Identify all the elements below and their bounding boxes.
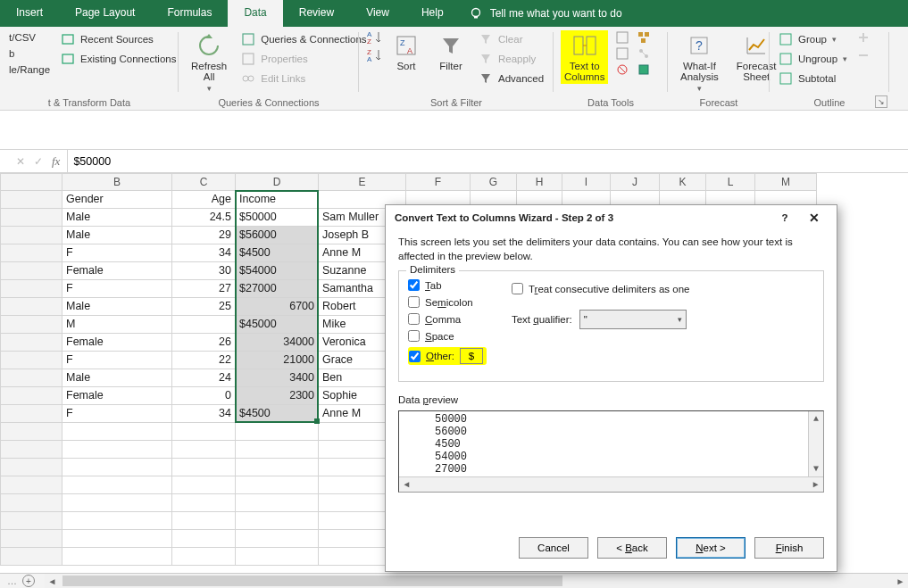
- scrollbar-thumb[interactable]: [62, 576, 562, 586]
- cell[interactable]: [172, 548, 236, 566]
- cell[interactable]: Gender: [62, 191, 172, 209]
- cell[interactable]: Age: [172, 191, 236, 209]
- cell[interactable]: [172, 316, 236, 334]
- cell[interactable]: $4500: [236, 405, 319, 423]
- row-header[interactable]: [0, 191, 62, 209]
- cell[interactable]: [236, 476, 319, 494]
- cell[interactable]: [236, 494, 319, 512]
- delim-tab[interactable]: [408, 279, 420, 291]
- dialog-close-icon[interactable]: ✕: [801, 211, 828, 225]
- row-header[interactable]: [0, 459, 62, 476]
- row-header[interactable]: [0, 387, 62, 405]
- row-header[interactable]: [0, 352, 62, 369]
- tab-help[interactable]: Help: [405, 0, 460, 27]
- new-sheet-icon[interactable]: +: [22, 575, 35, 587]
- col-header-C[interactable]: C: [172, 173, 236, 191]
- tab-view[interactable]: View: [350, 0, 405, 27]
- cell[interactable]: [172, 476, 236, 494]
- row-header[interactable]: [0, 316, 62, 334]
- tell-me-label[interactable]: Tell me what you want to do: [490, 7, 622, 20]
- cell[interactable]: [172, 441, 236, 459]
- cell[interactable]: 0: [172, 387, 236, 405]
- queries-connections[interactable]: Queries & Connections: [239, 30, 368, 48]
- row-header[interactable]: [0, 369, 62, 387]
- col-header-F[interactable]: F: [406, 173, 471, 191]
- cell[interactable]: Male: [62, 298, 172, 316]
- cell[interactable]: Female: [62, 334, 172, 352]
- cell[interactable]: F: [62, 244, 172, 262]
- select-all-corner[interactable]: [0, 173, 62, 191]
- recent-sources[interactable]: Recent Sources: [59, 30, 178, 48]
- finish-button[interactable]: Finish: [754, 537, 824, 559]
- cell[interactable]: [172, 530, 236, 548]
- remove-duplicates-icon[interactable]: [615, 46, 629, 61]
- cell[interactable]: 21000: [236, 352, 319, 369]
- row-header[interactable]: [0, 530, 62, 548]
- refresh-all[interactable]: Refresh All ▾: [186, 30, 232, 95]
- cell[interactable]: F: [62, 352, 172, 369]
- cell[interactable]: 34: [172, 244, 236, 262]
- treat-consecutive[interactable]: [512, 283, 523, 294]
- scroll-up-icon[interactable]: ▲: [809, 411, 823, 427]
- tab-formulas[interactable]: Formulas: [151, 0, 228, 27]
- cell[interactable]: 6700: [236, 298, 319, 316]
- row-header[interactable]: [0, 280, 62, 298]
- cell[interactable]: [172, 494, 236, 512]
- back-button[interactable]: < Back: [597, 537, 667, 559]
- cell[interactable]: 30: [172, 262, 236, 280]
- cell[interactable]: 27: [172, 280, 236, 298]
- row-header[interactable]: [0, 494, 62, 512]
- cell[interactable]: [62, 494, 172, 512]
- row-header[interactable]: [0, 441, 62, 459]
- consolidate-icon[interactable]: [637, 30, 651, 45]
- col-header-I[interactable]: I: [562, 173, 611, 191]
- manage-data-model-icon[interactable]: [637, 62, 651, 77]
- cell[interactable]: [62, 512, 172, 530]
- flash-fill-icon[interactable]: [615, 30, 629, 45]
- cell[interactable]: [236, 512, 319, 530]
- col-header-B[interactable]: B: [62, 173, 172, 191]
- from-csv[interactable]: t/CSV: [7, 30, 52, 45]
- cell[interactable]: Female: [62, 262, 172, 280]
- col-header-J[interactable]: J: [611, 173, 660, 191]
- col-header-E[interactable]: E: [319, 173, 406, 191]
- row-header[interactable]: [0, 227, 62, 244]
- existing-connections[interactable]: Existing Connections: [59, 50, 178, 68]
- row-header[interactable]: [0, 512, 62, 530]
- formula-input[interactable]: [67, 150, 908, 172]
- cell[interactable]: 34000: [236, 334, 319, 352]
- row-header[interactable]: [0, 334, 62, 352]
- cell[interactable]: [172, 423, 236, 441]
- tab-page-layout[interactable]: Page Layout: [59, 0, 151, 27]
- scroll-right-icon[interactable]: ►: [808, 477, 823, 492]
- cell[interactable]: $54000: [236, 262, 319, 280]
- preview-vscroll[interactable]: ▲ ▼: [808, 411, 823, 476]
- cell[interactable]: [236, 530, 319, 548]
- data-validation-icon[interactable]: [615, 62, 629, 77]
- cell[interactable]: [62, 530, 172, 548]
- cell[interactable]: 3400: [236, 369, 319, 387]
- cell[interactable]: 29: [172, 227, 236, 244]
- cell[interactable]: Male: [62, 209, 172, 227]
- cancel-formula-icon[interactable]: ✕: [16, 155, 25, 168]
- cell[interactable]: Income: [236, 191, 319, 209]
- row-header[interactable]: [0, 262, 62, 280]
- row-header[interactable]: [0, 244, 62, 262]
- filter-button[interactable]: Filter: [432, 30, 470, 73]
- cell[interactable]: [236, 423, 319, 441]
- reapply-filter[interactable]: Reapply: [477, 50, 546, 68]
- what-if[interactable]: ? What-If Analysis ▾: [675, 30, 724, 95]
- scroll-left-icon[interactable]: ◄: [399, 477, 414, 492]
- sort-za-icon[interactable]: ZA: [366, 48, 380, 62]
- cell[interactable]: 2300: [236, 387, 319, 405]
- cell[interactable]: Male: [62, 227, 172, 244]
- cell[interactable]: Female: [62, 387, 172, 405]
- advanced-filter[interactable]: Advanced: [477, 70, 546, 87]
- cell[interactable]: $4500: [236, 244, 319, 262]
- delim-other-value[interactable]: [460, 348, 483, 364]
- cell[interactable]: 26: [172, 334, 236, 352]
- cell[interactable]: Male: [62, 369, 172, 387]
- cell[interactable]: 34: [172, 405, 236, 423]
- next-button[interactable]: Next >: [676, 537, 746, 559]
- preview-hscroll[interactable]: ◄ ►: [399, 476, 823, 492]
